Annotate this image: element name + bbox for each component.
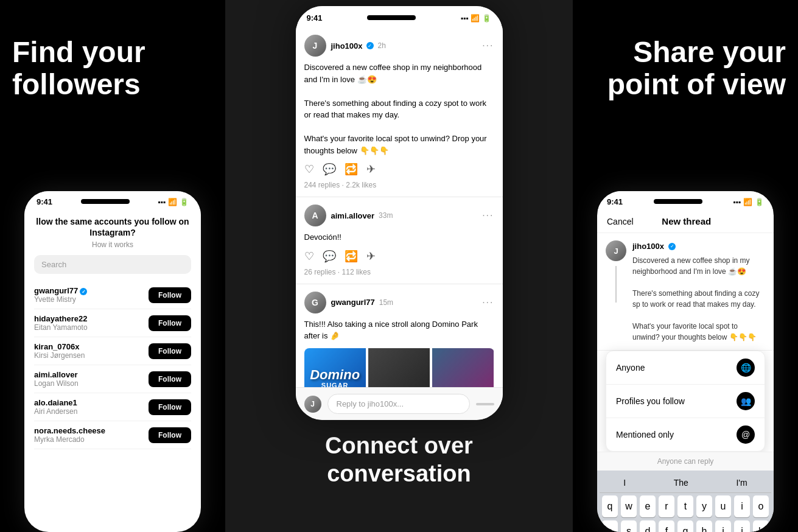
right-phone-top: 9:41 ▪▪▪ 📶 🔋: [597, 191, 774, 210]
follow-btn-4[interactable]: Follow: [149, 399, 191, 415]
right-signal-icon: ▪▪▪: [733, 198, 741, 206]
reply-option-following-label: Profiles you follow: [616, 396, 685, 406]
post-username-1: aimi.allover: [331, 211, 375, 220]
user-info-3: aimi.allover Logan Wilson: [34, 370, 79, 388]
user-info-2: kiran_0706x Kirsi Jørgensen: [34, 342, 85, 360]
post-user-info-2: G gwangurl77 15m: [304, 292, 394, 313]
suggestion-2[interactable]: I'm: [731, 477, 752, 489]
key-i[interactable]: i: [734, 495, 750, 517]
follow-btn-5[interactable]: Follow: [149, 427, 191, 443]
reply-option-anyone[interactable]: Anyone 🌐: [606, 351, 765, 385]
post-time-0: 2h: [378, 41, 386, 50]
avatar-1: A: [304, 205, 326, 226]
key-o[interactable]: o: [753, 495, 769, 517]
left-headline-line2: followers: [12, 68, 141, 100]
right-phone-time: 9:41: [607, 197, 623, 206]
post-username-0: jiho100x: [331, 41, 363, 51]
key-j[interactable]: j: [734, 520, 750, 533]
key-u[interactable]: u: [715, 495, 731, 517]
battery-icon: 🔋: [180, 198, 189, 206]
realname-4: Airi Andersen: [34, 407, 77, 416]
follow-btn-2[interactable]: Follow: [149, 343, 191, 359]
cancel-button[interactable]: Cancel: [607, 217, 634, 226]
repost-icon-0[interactable]: 🔁: [345, 163, 358, 176]
follow-btn-3[interactable]: Follow: [149, 371, 191, 387]
post-actions-0: ♡ 💬 🔁 ✈: [304, 163, 494, 176]
key-r[interactable]: r: [659, 495, 674, 517]
key-q[interactable]: q: [602, 495, 618, 517]
compose-content-text: Discovered a new coffee shop in my neigh…: [632, 255, 765, 343]
comment-icon-0[interactable]: 💬: [323, 163, 336, 176]
share-icon-1[interactable]: ✈: [366, 250, 376, 263]
follow-btn-1[interactable]: Follow: [149, 315, 191, 331]
key-j2[interactable]: i: [715, 520, 731, 533]
key-w[interactable]: w: [621, 495, 637, 517]
username-5: nora.needs.cheese: [34, 426, 105, 435]
middle-phone-time: 9:41: [307, 13, 323, 23]
post-menu-2[interactable]: ···: [482, 297, 494, 308]
realname-3: Logan Wilson: [34, 379, 79, 388]
key-y[interactable]: y: [696, 495, 712, 517]
bottom-caption: Connect over conversation: [313, 420, 485, 500]
comment-icon-1[interactable]: 💬: [323, 250, 336, 263]
middle-phone-notch: [367, 15, 416, 20]
middle-phone: 9:41 ▪▪▪ 📶 🔋 J jiho100x: [296, 6, 503, 420]
post-text-0: Discovered a new coffee shop in my neigh…: [304, 61, 494, 156]
key-d[interactable]: d: [640, 520, 656, 533]
post-time-1: 33m: [379, 211, 393, 220]
keyboard-suggestions: I The I'm: [600, 473, 771, 493]
post-text-2: This!!! Also taking a nice stroll along …: [304, 318, 494, 342]
compose-user-row: J jiho100x Discovered a new coffee shop …: [606, 240, 765, 343]
post-menu-1[interactable]: ···: [482, 210, 494, 221]
key-a[interactable]: a: [602, 520, 618, 533]
post-actions-1: ♡ 💬 🔁 ✈: [304, 250, 494, 263]
username-2: kiran_0706x: [34, 342, 85, 351]
compose-avatar: J: [606, 240, 626, 261]
suggestion-0[interactable]: I: [618, 477, 631, 489]
key-k[interactable]: k: [753, 520, 769, 533]
right-phone: 9:41 ▪▪▪ 📶 🔋 Cancel New thread J j: [597, 191, 774, 532]
reply-option-following[interactable]: Profiles you follow 👥: [606, 385, 765, 418]
reply-input[interactable]: Reply to jiho100x...: [327, 394, 470, 414]
post-meta-0: jiho100x 2h: [331, 41, 386, 51]
compose-text-area[interactable]: jiho100x Discovered a new coffee shop in…: [632, 240, 765, 343]
like-icon-1[interactable]: ♡: [304, 250, 314, 263]
home-indicator: [476, 403, 494, 405]
anyone-icon: 🌐: [737, 359, 755, 377]
key-h[interactable]: h: [696, 520, 712, 533]
middle-feed-content[interactable]: J jiho100x 2h ··· Discovered a new coffe…: [296, 27, 503, 405]
compose-username: jiho100x: [632, 240, 664, 253]
post-menu-0[interactable]: ···: [482, 40, 494, 51]
post-header-1: A aimi.allover 33m ···: [304, 205, 494, 226]
repost-icon-1[interactable]: 🔁: [345, 250, 358, 263]
compose-area: J jiho100x Discovered a new coffee shop …: [597, 233, 774, 351]
post-username-2: gwangurl77: [331, 298, 375, 307]
share-icon-0[interactable]: ✈: [366, 163, 376, 176]
key-s[interactable]: s: [621, 520, 637, 533]
right-headline-line2: point of view: [607, 68, 786, 100]
reply-option-mentioned[interactable]: Mentioned only @: [606, 418, 765, 451]
key-e[interactable]: e: [640, 495, 656, 517]
user-info-0: gwangurl77 Yvette Mistry: [34, 286, 87, 304]
reply-option-mentioned-label: Mentioned only: [616, 430, 674, 439]
left-panel: Find your followers 9:41 ▪▪▪ 📶 🔋 llow th…: [0, 0, 225, 532]
mentioned-icon: @: [737, 425, 755, 444]
search-bar[interactable]: Search: [34, 255, 191, 274]
how-it-works-link[interactable]: How it works: [34, 240, 191, 249]
key-g[interactable]: g: [677, 520, 693, 533]
follow-btn-0[interactable]: Follow: [149, 287, 191, 303]
suggestion-1[interactable]: The: [669, 477, 693, 489]
key-f[interactable]: f: [659, 520, 674, 533]
follow-item-4: alo.daiane1 Airi Andersen Follow: [34, 393, 191, 421]
right-wifi-icon: 📶: [743, 198, 752, 206]
new-thread-header: Cancel New thread: [597, 210, 774, 233]
follow-prompt: llow the same accounts you follow on Ins…: [34, 216, 191, 238]
username-3: aimi.allover: [34, 370, 79, 379]
like-icon-0[interactable]: ♡: [304, 163, 314, 176]
post-text-1: Devoción!!: [304, 231, 494, 243]
left-phone-content: llow the same accounts you follow on Ins…: [24, 210, 201, 455]
user-info-5: nora.needs.cheese Myrka Mercado: [34, 426, 105, 444]
reply-bar: J Reply to jiho100x...: [296, 387, 503, 420]
key-t[interactable]: t: [677, 495, 693, 517]
signal-icon: ▪▪▪: [158, 198, 166, 206]
